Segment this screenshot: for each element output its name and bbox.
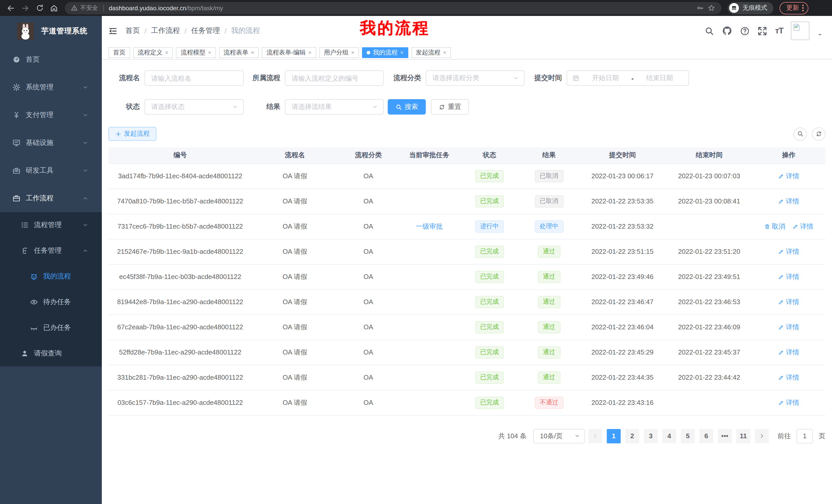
page-button-3[interactable]: 3 xyxy=(644,429,658,443)
page-button-6[interactable]: 6 xyxy=(699,429,713,443)
tab-首页[interactable]: 首页 xyxy=(108,47,130,58)
tab-流程模型[interactable]: 流程模型× xyxy=(176,47,216,58)
incognito-icon xyxy=(729,3,739,13)
process-name-input[interactable] xyxy=(145,71,243,85)
sidebar-item-system-management[interactable]: 系统管理 xyxy=(0,74,102,101)
toggle-search-button[interactable] xyxy=(794,127,807,141)
cell-actions: 详情 xyxy=(752,365,826,390)
close-icon[interactable]: × xyxy=(351,50,355,55)
fullscreen-icon[interactable] xyxy=(758,26,768,36)
cell-id: 52ffd28e-7b9a-11ec-a290-acde48001122 xyxy=(108,340,252,365)
sidebar-item-dev-tools[interactable]: 研发工具 xyxy=(0,157,102,185)
detail-link[interactable]: 详情 xyxy=(778,171,799,180)
font-size-icon[interactable]: ᴛT xyxy=(775,26,783,35)
home-icon[interactable] xyxy=(47,1,61,15)
tab-流程表单-编辑[interactable]: 流程表单-编辑× xyxy=(262,47,316,58)
sidebar-item-my-process[interactable]: 我的流程 xyxy=(0,263,102,289)
detail-link[interactable]: 详情 xyxy=(778,323,799,332)
tab-流程定义[interactable]: 流程定义× xyxy=(133,47,173,58)
detail-link[interactable]: 详情 xyxy=(778,398,799,407)
breadcrumb-item[interactable]: 任务管理 xyxy=(191,26,220,35)
back-icon[interactable] xyxy=(4,1,18,15)
logo-row[interactable]: 芋道管理系统 xyxy=(0,16,102,46)
breadcrumb-separator: / xyxy=(145,27,147,35)
page-button-5[interactable]: 5 xyxy=(681,429,695,443)
detail-link[interactable]: 详情 xyxy=(778,247,799,256)
page-size-select[interactable]: 10条/页 xyxy=(533,429,585,443)
sidebar-item-todo-tasks[interactable]: 待办任务 xyxy=(0,289,102,315)
status-select[interactable]: 请选择状态 xyxy=(145,99,244,115)
cell-current-task: 一级审批 xyxy=(399,214,460,239)
table-row: 7317cec6-7b9b-11ec-b5b7-acde48001122OA 请… xyxy=(108,214,825,239)
sidebar-item-process-management[interactable]: 流程管理 xyxy=(0,212,102,238)
cell-end-time: 2022-01-23 00:08:41 xyxy=(666,189,752,214)
breadcrumb-separator: / xyxy=(185,27,187,35)
detail-link[interactable]: 详情 xyxy=(778,197,799,206)
collapse-sidebar-icon[interactable] xyxy=(108,26,117,35)
submit-time-range-picker[interactable]: 开始日期 - 结束日期 xyxy=(567,71,689,86)
breadcrumb-item[interactable]: 工作流程 xyxy=(151,26,180,35)
caret-down-icon[interactable] xyxy=(817,32,823,37)
detail-link[interactable]: 详情 xyxy=(792,222,813,231)
date-end-placeholder: 结束日期 xyxy=(635,74,683,83)
sidebar: 芋道管理系统 首页系统管理支付管理基础设施研发工具工作流程流程管理任务管理我的流… xyxy=(0,16,102,504)
prev-page-button[interactable] xyxy=(588,429,602,443)
breadcrumb-item[interactable]: 首页 xyxy=(126,26,140,35)
goto-page-input[interactable] xyxy=(797,429,813,443)
detail-link[interactable]: 详情 xyxy=(778,272,799,281)
cell-name: OA 请假 xyxy=(252,365,338,390)
detail-link[interactable]: 详情 xyxy=(778,297,799,306)
tab-流程表单[interactable]: 流程表单× xyxy=(219,47,259,58)
create-process-button[interactable]: 发起流程 xyxy=(108,127,156,141)
sidebar-item-home[interactable]: 首页 xyxy=(0,46,102,74)
reload-icon[interactable] xyxy=(33,1,46,15)
update-button[interactable]: 更新 xyxy=(780,2,808,14)
github-icon[interactable] xyxy=(722,26,732,36)
close-icon[interactable]: × xyxy=(308,50,312,55)
category-select[interactable]: 请选择流程分类 xyxy=(426,71,524,86)
cancel-link[interactable]: 取消 xyxy=(764,222,785,231)
reset-button[interactable]: 重置 xyxy=(431,99,469,115)
cell-status: 已完成 xyxy=(460,340,519,365)
cell-submit-time: 2022-01-23 00:06:17 xyxy=(579,163,666,189)
cell-submit-time: 2022-01-22 23:46:04 xyxy=(579,314,666,340)
sidebar-submenu: 流程管理任务管理我的流程待办任务已办任务请假查询 xyxy=(0,212,102,366)
close-icon[interactable]: × xyxy=(400,50,404,55)
filter-result-label: 结果 xyxy=(249,102,285,111)
forward-icon[interactable] xyxy=(19,1,32,15)
result-select[interactable]: 请选择流结果 xyxy=(285,99,384,115)
search-button[interactable]: 搜索 xyxy=(388,99,426,115)
page-button-2[interactable]: 2 xyxy=(625,429,639,443)
help-icon[interactable] xyxy=(740,26,750,36)
process-definition-input[interactable] xyxy=(285,71,383,85)
next-page-button[interactable] xyxy=(755,429,769,443)
sidebar-item-task-management[interactable]: 任务管理 xyxy=(0,238,102,263)
cell-id: 2152467e-7b9b-11ec-9a1b-acde48001122 xyxy=(108,239,252,264)
close-icon[interactable]: × xyxy=(443,50,446,55)
key-icon[interactable] xyxy=(696,4,704,12)
search-icon[interactable] xyxy=(705,26,714,36)
tab-我的流程[interactable]: 我的流程× xyxy=(362,47,408,58)
close-icon[interactable]: × xyxy=(165,50,168,55)
page-button-...[interactable]: ••• xyxy=(718,429,732,443)
tab-用户分组[interactable]: 用户分组× xyxy=(319,47,359,58)
tab-发起流程[interactable]: 发起流程× xyxy=(411,47,451,58)
page-button-4[interactable]: 4 xyxy=(662,429,676,443)
page-button-11[interactable]: 11 xyxy=(736,429,750,443)
sidebar-item-infrastructure[interactable]: 基础设施 xyxy=(0,129,102,157)
close-icon[interactable]: × xyxy=(208,50,211,55)
avatar[interactable] xyxy=(791,22,809,40)
sidebar-item-done-tasks[interactable]: 已办任务 xyxy=(0,315,102,341)
sidebar-item-workflow[interactable]: 工作流程 xyxy=(0,185,102,212)
sidebar-item-leave-query[interactable]: 请假查询 xyxy=(0,341,102,366)
refresh-table-button[interactable] xyxy=(812,127,825,141)
task-link[interactable]: 一级审批 xyxy=(416,222,443,230)
sidebar-item-payment-management[interactable]: 支付管理 xyxy=(0,101,102,129)
detail-link[interactable]: 详情 xyxy=(778,373,799,382)
address-bar[interactable]: 不安全 dashboard.yudao.iocoder.cn/bpm/task/… xyxy=(65,2,722,14)
close-icon[interactable]: × xyxy=(251,50,254,55)
page-button-1[interactable]: 1 xyxy=(607,429,621,443)
bookmark-star-icon[interactable] xyxy=(707,4,715,12)
detail-link[interactable]: 详情 xyxy=(778,347,799,357)
browser-menu-icon[interactable] xyxy=(802,5,804,11)
